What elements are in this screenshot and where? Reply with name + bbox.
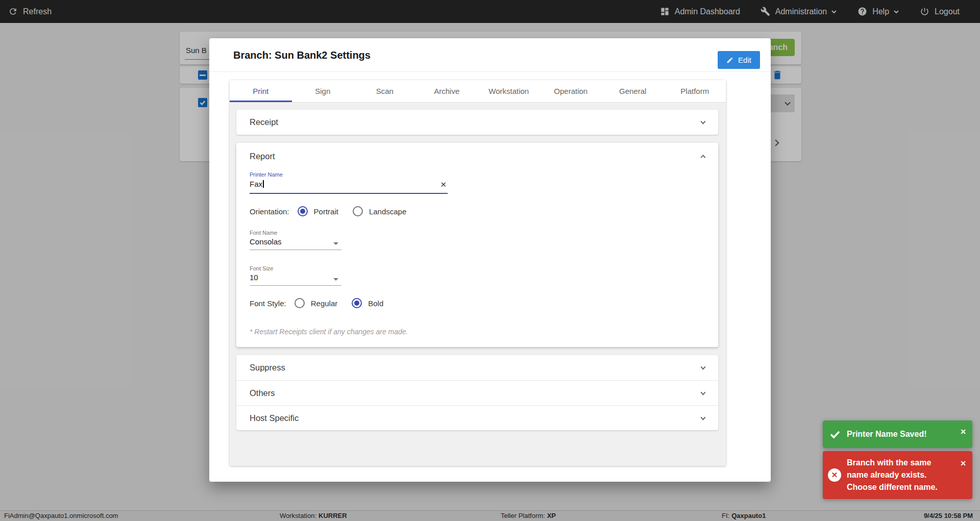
- portrait-label[interactable]: Portrait: [314, 207, 338, 216]
- tab-print[interactable]: Print: [230, 80, 292, 102]
- pencil-icon: [726, 57, 733, 64]
- tab-scan[interactable]: Scan: [354, 80, 416, 102]
- tab-label: Archive: [434, 87, 459, 95]
- tab-archive[interactable]: Archive: [416, 80, 478, 102]
- tab-workstation[interactable]: Workstation: [478, 80, 540, 102]
- printer-name-value: Fax: [250, 180, 262, 188]
- report-panel: Report Printer Name Fax ✕ Orientation:: [236, 143, 718, 347]
- clear-input-icon[interactable]: ✕: [440, 181, 447, 188]
- font-style-label: Font Style:: [250, 299, 286, 308]
- close-icon[interactable]: ✕: [960, 428, 966, 436]
- font-size-label: Font Size: [250, 265, 341, 271]
- dialog-title: Branch: Sun Bank2 Settings: [233, 49, 371, 61]
- tab-platform[interactable]: Platform: [664, 80, 726, 102]
- receipt-panel: Receipt: [236, 110, 718, 135]
- error-toast-message: Branch with the same name already exists…: [847, 457, 949, 493]
- tab-label: General: [619, 87, 646, 95]
- host-specific-accordion-header[interactable]: Host Specific: [236, 405, 718, 430]
- tab-operation[interactable]: Operation: [540, 80, 602, 102]
- input-underline: [250, 193, 448, 194]
- chevron-down-icon: [699, 414, 707, 422]
- tab-label: Print: [253, 87, 268, 95]
- font-name-select[interactable]: Font Name Consolas: [250, 230, 341, 250]
- error-icon: ✕: [828, 468, 841, 482]
- dropdown-arrow-icon: [333, 278, 338, 281]
- tab-label: Platform: [680, 87, 709, 95]
- tab-sign[interactable]: Sign: [292, 80, 354, 102]
- error-toast: ✕ Branch with the same name already exis…: [823, 451, 972, 499]
- chevron-down-icon: [699, 389, 707, 397]
- receipt-accordion-header[interactable]: Receipt: [236, 110, 718, 135]
- bold-label[interactable]: Bold: [368, 299, 383, 308]
- landscape-label[interactable]: Landscape: [369, 207, 406, 216]
- printer-name-field[interactable]: Printer Name Fax ✕: [250, 171, 448, 194]
- edit-label: Edit: [738, 56, 751, 64]
- report-label: Report: [250, 152, 275, 161]
- settings-tab-card: Print Sign Scan Archive Workstation Oper…: [230, 80, 726, 466]
- check-icon: [829, 428, 841, 440]
- dialog-header: Branch: Sun Bank2 Settings Edit: [209, 38, 771, 72]
- font-name-label: Font Name: [250, 230, 341, 236]
- select-underline: [250, 285, 341, 286]
- font-name-value: Consolas: [250, 237, 341, 247]
- landscape-radio[interactable]: [353, 206, 363, 216]
- report-accordion-header[interactable]: Report: [236, 143, 718, 169]
- portrait-radio[interactable]: [298, 206, 308, 216]
- bold-radio[interactable]: [352, 298, 362, 308]
- font-size-select[interactable]: Font Size 10: [250, 265, 341, 286]
- edit-button[interactable]: Edit: [718, 51, 760, 69]
- success-toast: Printer Name Saved! ✕: [823, 420, 972, 448]
- printer-name-input[interactable]: Fax: [250, 180, 448, 190]
- orientation-label: Orientation:: [250, 207, 289, 216]
- receipt-label: Receipt: [250, 117, 278, 127]
- settings-tabs: Print Sign Scan Archive Workstation Oper…: [230, 80, 726, 103]
- regular-radio[interactable]: [295, 298, 305, 308]
- collapsed-panels-group: Suppress Others Host Specific: [236, 355, 718, 430]
- tab-general[interactable]: General: [602, 80, 664, 102]
- tab-label: Operation: [554, 87, 587, 95]
- suppress-label: Suppress: [250, 363, 285, 373]
- host-specific-label: Host Specific: [250, 413, 299, 423]
- suppress-accordion-header[interactable]: Suppress: [236, 355, 718, 380]
- orientation-row: Orientation: Portrait Landscape: [250, 206, 705, 216]
- others-label: Others: [250, 388, 275, 398]
- branch-settings-dialog: Branch: Sun Bank2 Settings Edit Print Si…: [209, 38, 771, 482]
- print-tab-content: Receipt Report Printer Name Fax ✕: [230, 103, 726, 430]
- dropdown-arrow-icon: [333, 242, 338, 245]
- chevron-down-icon: [699, 364, 707, 371]
- printer-name-label: Printer Name: [250, 171, 448, 178]
- tab-label: Workstation: [488, 87, 529, 95]
- select-underline: [250, 250, 341, 250]
- chevron-up-icon: [699, 153, 707, 160]
- font-size-value: 10: [250, 273, 341, 283]
- close-icon[interactable]: ✕: [960, 459, 966, 467]
- screen: Refresh Admin Dashboard Administration H…: [0, 0, 980, 521]
- success-toast-message: Printer Name Saved!: [847, 428, 949, 440]
- font-style-row: Font Style: Regular Bold: [250, 298, 705, 308]
- others-accordion-header[interactable]: Others: [236, 380, 718, 405]
- chevron-down-icon: [699, 118, 707, 126]
- tab-label: Sign: [315, 87, 330, 95]
- report-body: Printer Name Fax ✕ Orientation: Portrait…: [236, 169, 718, 347]
- text-cursor: [263, 180, 264, 188]
- regular-label[interactable]: Regular: [311, 299, 338, 308]
- tab-label: Scan: [376, 87, 394, 95]
- restart-note: * Restart Receipts client if any changes…: [250, 328, 705, 347]
